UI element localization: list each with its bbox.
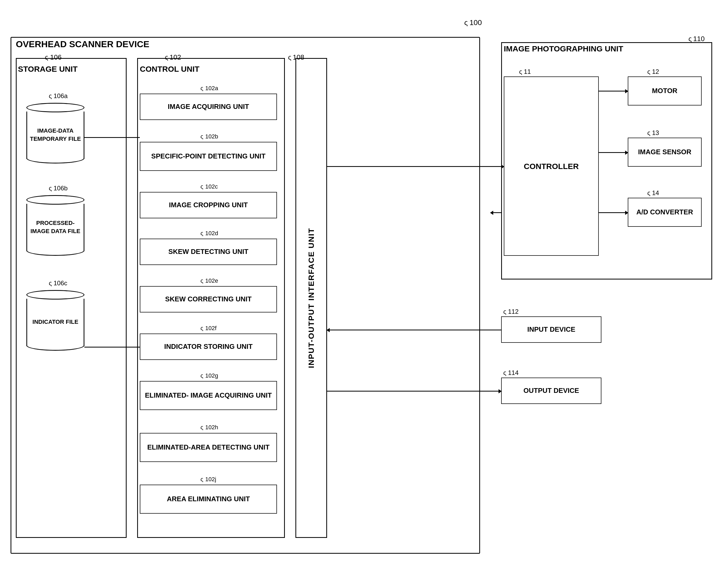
ref-106a: 106a — [54, 92, 68, 100]
arrow-controller-motor — [599, 91, 628, 92]
ref-102d: 102d — [205, 230, 218, 237]
arrow-controller-sensor — [599, 152, 628, 153]
arrow-interface-input — [327, 329, 501, 330]
controller-box: CONTROLLER — [504, 77, 599, 256]
ref-102f: 102f — [205, 325, 217, 332]
ref-13: 13 — [652, 129, 659, 137]
cylinder-106a: IMAGE-DATA TEMPORARY FILE — [26, 103, 84, 159]
ref-102e-symbol: ς — [200, 278, 203, 284]
diagram-container: 100 ς OVERHEAD SCANNER DEVICE ς 106 STOR… — [11, 16, 717, 559]
eliminated-area-detecting-unit-box: ELIMINATED-AREA DETECTING UNIT — [140, 433, 277, 462]
image-acquiring-unit-box: IMAGE ACQUIRING UNIT — [140, 94, 277, 120]
ref-106b: 106b — [54, 185, 68, 192]
ref-114: 114 — [508, 369, 519, 376]
ref-11-symbol: ς — [519, 68, 522, 75]
arrow-adc-interface-h — [491, 212, 501, 213]
ref-102d-symbol: ς — [200, 230, 203, 237]
ref-100: 100 — [470, 18, 482, 27]
output-device-box: OUTPUT DEVICE — [501, 377, 601, 404]
storage-unit-label: STORAGE UNIT — [18, 65, 78, 74]
ref-102g: 102g — [205, 372, 218, 379]
indicator-storing-unit-box: INDICATOR STORING UNIT — [140, 333, 277, 360]
ref-106: 106 — [50, 53, 61, 61]
ref-106a-symbol: ς — [49, 92, 52, 100]
ref-102b-symbol: ς — [200, 133, 203, 140]
ref-106b-symbol: ς — [49, 185, 52, 192]
eliminated-image-acquiring-unit-box: ELIMINATED- IMAGE ACQUIRING UNIT — [140, 381, 277, 410]
ref-102a-symbol: ς — [200, 85, 203, 92]
ref-102c-symbol: ς — [200, 183, 203, 190]
ref-102h: 102h — [205, 424, 218, 431]
ref-14: 14 — [652, 189, 659, 197]
control-unit-label: CONTROL UNIT — [140, 65, 199, 74]
skew-correcting-unit-box: SKEW CORRECTING UNIT — [140, 286, 277, 312]
ref-106-symbol: ς — [45, 53, 48, 61]
ref-13-symbol: ς — [647, 129, 650, 137]
ref-114-symbol: ς — [503, 369, 506, 376]
ref-102g-symbol: ς — [200, 372, 203, 379]
ref-110: 110 — [693, 35, 705, 43]
interface-unit-label: INPUT-OUTPUT INTERFACE UNIT — [299, 58, 323, 538]
line-storage-indicator — [84, 347, 140, 347]
ref-112-symbol: ς — [503, 308, 506, 315]
ref-102h-symbol: ς — [200, 424, 203, 431]
input-device-box: INPUT DEVICE — [501, 316, 601, 343]
photo-unit-label: IMAGE PHOTOGRAPHING UNIT — [504, 44, 623, 53]
ref-100-symbol: ς — [464, 18, 468, 27]
ad-converter-box: A/D CONVERTER — [628, 198, 702, 227]
ref-102j: 102j — [205, 476, 216, 483]
specific-point-detecting-unit-box: SPECIFIC-POINT DETECTING UNIT — [140, 142, 277, 171]
cylinder-106b: PROCESSED- IMAGE DATA FILE — [26, 195, 84, 251]
ref-102: 102 — [170, 53, 181, 61]
ref-14-symbol: ς — [647, 189, 650, 197]
ref-102b: 102b — [205, 133, 218, 140]
ref-102f-symbol: ς — [200, 325, 203, 332]
area-eliminating-unit-box: AREA ELIMINATING UNIT — [140, 485, 277, 514]
image-cropping-unit-box: IMAGE CROPPING UNIT — [140, 192, 277, 218]
ref-112: 112 — [508, 308, 519, 315]
ref-102a: 102a — [205, 85, 218, 92]
arrow-interface-controller — [327, 166, 504, 167]
ref-106c-symbol: ς — [49, 280, 52, 287]
cylinder-106c: INDICATOR FILE — [26, 290, 84, 346]
motor-box: MOTOR — [628, 77, 702, 106]
arrow-output-interface — [327, 391, 501, 391]
overhead-scanner-label: OVERHEAD SCANNER DEVICE — [16, 39, 149, 49]
ref-11: 11 — [524, 68, 531, 75]
image-sensor-box: IMAGE SENSOR — [628, 138, 702, 167]
ref-106c: 106c — [54, 280, 67, 287]
ref-110-symbol: ς — [688, 35, 692, 43]
skew-detecting-unit-box: SKEW DETECTING UNIT — [140, 239, 277, 265]
ref-102c: 102c — [205, 183, 218, 190]
ref-102e: 102e — [205, 278, 218, 284]
arrow-controller-adc — [599, 212, 628, 213]
ref-108-symbol: ς — [288, 53, 291, 61]
ref-102j-symbol: ς — [200, 476, 203, 483]
ref-12: 12 — [652, 68, 659, 75]
ref-102-symbol: ς — [165, 53, 168, 61]
line-storage-control — [84, 137, 140, 138]
ref-12-symbol: ς — [647, 68, 650, 75]
